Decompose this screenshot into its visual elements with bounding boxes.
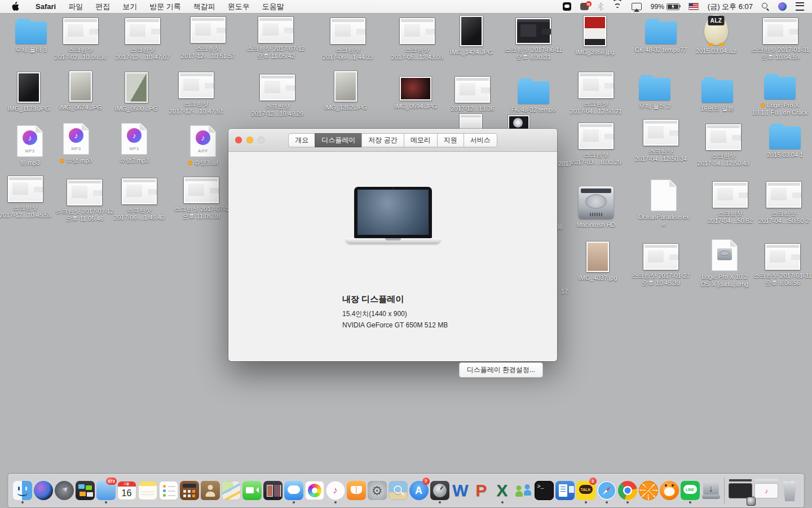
clock-menubar-item[interactable]: (금) 오후 6:07: [708, 2, 753, 12]
dock-item-finder[interactable]: [12, 478, 33, 503]
desktop-icon-IMG_3956.jpg[interactable]: IMG_3956.jpg: [560, 16, 630, 56]
dock-item-terminal[interactable]: >_: [533, 478, 554, 503]
desktop-icon-스크린샷[interactable]: 스크린샷2017-06-...1.45.40: [104, 178, 174, 221]
desktop-icon-슈탱2.mp3[interactable]: ♪MP3슈탱2.mp3: [99, 123, 169, 164]
desktop-icon-스크린샷[interactable]: 스크린샷2017-04...12.50.49: [689, 124, 758, 167]
window-tabs: 개요디스플레이저장 공간메모리지원서비스: [288, 133, 497, 147]
menu-item-4[interactable]: 방문 기록: [143, 0, 187, 13]
dock-item-winlogic[interactable]: [727, 478, 753, 503]
desktop-icon-스크린샷[interactable]: 스크린샷2017-02...10.09.36: [46, 18, 116, 61]
window-titlebar[interactable]: 개요디스플레이저장 공간메모리지원서비스: [228, 129, 557, 152]
menu-item-1[interactable]: 파일: [62, 0, 89, 13]
dock-item-notes[interactable]: [137, 478, 158, 503]
dock-item-mission[interactable]: [74, 478, 95, 503]
desktop-icon-스크린샷 2017-01-31[interactable]: 스크린샷 2017-01-31오후 10.04.59: [745, 18, 812, 61]
dock-item-excel[interactable]: X: [492, 478, 513, 503]
tab-4[interactable]: 메모리: [404, 133, 438, 147]
desktop-icon-IMG_4037.jpg[interactable]: IMG_4037.jpg: [563, 242, 633, 282]
dock-item-preview[interactable]: [387, 478, 408, 503]
dock-item-launchpad[interactable]: [54, 478, 74, 503]
desktop-icon-스크린샷 2017-01-31[interactable]: 스크린샷 2017-01-31오후 6.06.56: [748, 244, 812, 287]
dock-item-facetime[interactable]: [241, 478, 262, 503]
dock-item-installer[interactable]: ↓: [700, 478, 721, 503]
dock-item-messenger[interactable]: [513, 478, 533, 503]
airplay-menubar-icon[interactable]: [632, 3, 642, 10]
dock-item-logic[interactable]: [429, 478, 450, 503]
tab-3[interactable]: 저장 공간: [361, 133, 404, 147]
dock-item-safari[interactable]: [596, 478, 617, 503]
tab-2[interactable]: 디스플레이: [315, 133, 362, 147]
spotlight-menubar-icon[interactable]: [762, 3, 769, 10]
desktop-icon-2015.03.04.alz[interactable]: ALZ2015.03.04.alz: [681, 15, 751, 55]
wifi-menubar-icon[interactable]: [612, 3, 623, 10]
tab-5[interactable]: 지원: [437, 133, 464, 147]
desktop-icon-OceanParadise.ex[interactable]: OceanParadise.exe: [629, 179, 699, 228]
desktop-icon-스크린샷[interactable]: 스크린샷2017-12-...10.47.51: [161, 72, 231, 115]
battery-menubar-item[interactable]: 99%: [651, 3, 679, 11]
desktop-icon-스크린샷 2017-01-27[interactable]: 스크린샷 2017-01-27오후 10.45.39: [626, 244, 696, 287]
desktop-icon-스크린샷[interactable]: 스크린샷2017-06-...1.44.33: [313, 18, 383, 61]
desktop-icon-Macintosh HD[interactable]: Macintosh HD: [561, 186, 631, 229]
desktop-icon-스크린샷[interactable]: 스크린샷2017-12...10.49.29: [242, 75, 312, 117]
input-language-menubar-icon[interactable]: [689, 3, 699, 10]
desktop-icon-스크린샷[interactable]: 스크린샷2017-03-...6.30.29: [561, 123, 631, 166]
desktop-icon-스크린샷[interactable]: 스크린샷2017-04....50.50 2: [749, 182, 812, 225]
desktop-icon-IMG_1352.JPG[interactable]: IMG_1352.JPG: [311, 71, 381, 111]
dock-item-line[interactable]: LINE: [679, 478, 700, 503]
desktop-icon-스크린샷 2017-07-1[interactable]: 스크린샷 2017-07-1오후 11.05.38: [166, 177, 236, 220]
menu-item-3[interactable]: 보기: [116, 0, 143, 13]
dock-item-calculator[interactable]: [179, 478, 200, 503]
dock-item-photobooth[interactable]: [262, 478, 283, 503]
line-menubar-icon[interactable]: [563, 2, 571, 11]
tab-6[interactable]: 서비스: [464, 133, 497, 147]
apple-menu[interactable]: [0, 2, 29, 11]
menu-item-5[interactable]: 책갈피: [187, 0, 222, 13]
desktop-icon-Logic Pro X[interactable]: Logic Pro X10.1.1 Fu...on Crack: [745, 72, 812, 116]
dock-item-reminders[interactable]: [158, 478, 179, 503]
desktop-icon-슈탱3.aif[interactable]: ♪AIFF슈탱3.aif: [168, 125, 238, 167]
desktop-icon-IMG_1424.JPG[interactable]: IMG_1424.JPG: [436, 16, 506, 56]
desktop-icon-무제 폴더 2[interactable]: 무제 폴더 2: [620, 73, 690, 110]
desktop-icon-스크린샷[interactable]: 스크린샷2017-04...12.50.34: [626, 120, 696, 163]
dock-item-maps[interactable]: [220, 478, 241, 503]
dock-item-mail[interactable]: 373: [95, 478, 116, 503]
desktop-icon-스크린샷 2017-06-11[interactable]: 스크린샷 2017-06-11오후 6.30.21: [498, 18, 568, 61]
dock-item-orange[interactable]: [638, 478, 659, 503]
dock-item-winitunes[interactable]: ♪: [753, 478, 779, 503]
menu-item-7[interactable]: 도움말: [256, 0, 290, 13]
notification-center-menubar-icon[interactable]: [796, 2, 804, 11]
siri-menubar-icon[interactable]: [778, 2, 787, 11]
dock-item-powerpoint[interactable]: P: [471, 478, 492, 503]
dock-item-sysprefs[interactable]: ⚙: [367, 478, 387, 503]
desktop-icon-FK 48-32 tempo[interactable]: FK 48-32 tempo: [498, 77, 568, 113]
desktop-icon-스크린샷[interactable]: 스크린샷2017-12-...10.51.57: [173, 17, 243, 60]
dock-item-photos[interactable]: [304, 478, 325, 503]
app-menu-title[interactable]: Safari: [29, 0, 62, 13]
dock-item-calendar[interactable]: 2월16: [116, 478, 137, 503]
tab-1[interactable]: 개요: [288, 133, 315, 147]
dock-item-word[interactable]: W: [450, 478, 471, 503]
menu-item-2[interactable]: 편집: [89, 0, 116, 13]
desktop-icon-스크린샷 2017-07-12[interactable]: 스크린샷 2017-07-12오후 11.05.42: [241, 17, 311, 60]
dock-item-kakao[interactable]: TALK2: [575, 478, 596, 503]
dock-item-contacts[interactable]: [200, 478, 220, 503]
dock-item-siri[interactable]: [33, 478, 54, 503]
desktop-icon-16년도 일본[interactable]: 16년도 일본: [682, 76, 752, 112]
desktop-icon-shot[interactable]: 2017-12...13.36: [438, 77, 508, 112]
dock-item-trash[interactable]: [779, 478, 800, 503]
desktop-icon-스크린샷[interactable]: 스크린샷2017-12-...10.47.07: [108, 18, 178, 61]
dock-item-hangul[interactable]: [554, 478, 575, 503]
minimize-button[interactable]: [246, 137, 253, 143]
menu-item-6[interactable]: 윈도우: [222, 0, 256, 13]
dock-item-appstore[interactable]: A7: [408, 478, 429, 503]
display-preferences-button[interactable]: 디스플레이 환경설정...: [459, 362, 543, 378]
desktop-icon-2015.03.04 1[interactable]: 2015.03.04 1: [750, 122, 812, 159]
dock-item-itunes[interactable]: ♪: [325, 478, 346, 503]
dock-item-chrome[interactable]: [617, 478, 638, 503]
chat-notification-menubar-icon[interactable]: N: [580, 3, 589, 10]
dock-item-ibooks[interactable]: [346, 478, 367, 503]
dock-item-gom[interactable]: [659, 478, 679, 503]
close-button[interactable]: [235, 137, 242, 143]
dock-item-messages[interactable]: [283, 478, 304, 503]
bluetooth-menubar-icon[interactable]: [598, 2, 603, 11]
